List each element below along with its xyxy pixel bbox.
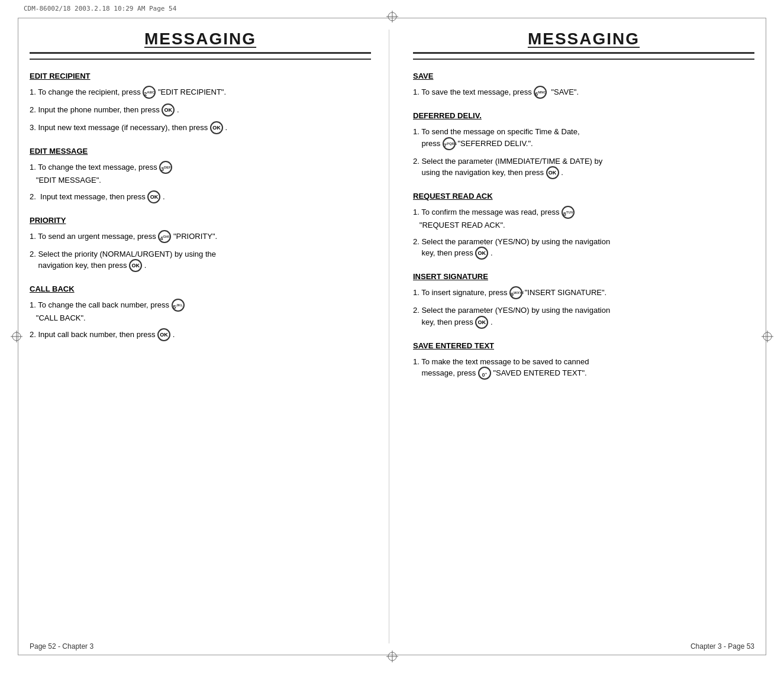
ok-btn-4: OK <box>129 259 142 272</box>
left-title: MESSAGING <box>30 30 371 54</box>
insert-signature-title: INSERT SIGNATURE <box>413 272 754 281</box>
key-3def: 3DEF <box>159 161 172 174</box>
footer-left: Page 52 - Chapter 3 <box>30 642 93 651</box>
crosshair-right <box>762 331 773 342</box>
right-title: MESSAGING <box>413 30 754 54</box>
deferred-deliv-item-2: 2. Select the parameter (IMMEDIATE/TIME … <box>413 156 754 180</box>
call-back-item-1: 1. To change the call back number, press… <box>30 299 371 324</box>
ok-btn-1: OK <box>162 103 175 117</box>
ok-btn-2: OK <box>210 121 223 134</box>
key-8tuv: 8TUV <box>562 206 575 219</box>
key-0: 0+ <box>478 367 491 380</box>
key-4ghi: 4GHI <box>158 230 171 243</box>
request-read-ack-title: REQUEST READ ACK <box>413 192 754 200</box>
right-column: MESSAGING SAVE 1. To save the text messa… <box>389 30 754 643</box>
priority-item-1: 1. To send an urgent message, press 4GHI… <box>30 231 371 244</box>
section-insert-signature: INSERT SIGNATURE 1. To insert signature,… <box>413 272 754 329</box>
edit-message-title: EDIT MESSAGE <box>30 147 371 156</box>
insert-signature-item-1: 1. To insert signature, press 9WXYZ "INS… <box>413 287 754 300</box>
key-9wxyz: 9WXYZ <box>509 286 522 299</box>
ok-btn-5: OK <box>157 328 170 341</box>
call-back-title: CALL BACK <box>30 284 371 293</box>
crosshair-left <box>11 331 22 342</box>
crosshair-bottom <box>386 651 398 662</box>
left-divider <box>30 59 371 60</box>
save-entered-text-title: SAVE ENTERED TEXT <box>413 341 754 350</box>
section-call-back: CALL BACK 1. To change the call back num… <box>30 284 371 342</box>
key-5jkl: 5JKL <box>172 299 185 312</box>
save-item-1: 1. To save the text message, press 6MNO … <box>413 86 754 99</box>
section-save: SAVE 1. To save the text message, press … <box>413 72 754 99</box>
section-deferred-deliv: DEFERRED DELIV. 1. To send the message o… <box>413 111 754 180</box>
ok-btn-7: OK <box>475 247 488 260</box>
edit-recipient-item-2: 2. Input the phone number, then press OK… <box>30 104 371 117</box>
edit-recipient-item-3: 3. Input new text message (if necessary)… <box>30 122 371 135</box>
right-divider <box>413 59 754 60</box>
edit-recipient-item-1: 1. To change the recipient, press 2ABC "… <box>30 86 371 99</box>
key-7pqrs: 7PQRS <box>443 137 456 150</box>
section-edit-recipient: EDIT RECIPIENT 1. To change the recipien… <box>30 72 371 135</box>
deferred-deliv-item-1: 1. To send the message on specific Time … <box>413 126 754 151</box>
section-edit-message: EDIT MESSAGE 1. To change the text messa… <box>30 147 371 204</box>
section-request-read-ack: REQUEST READ ACK 1. To confirm the messa… <box>413 192 754 260</box>
header-meta: CDM-86002/18 2003.2.18 10:29 AM Page 54 <box>24 5 176 12</box>
section-save-entered-text: SAVE ENTERED TEXT 1. To make the text me… <box>413 341 754 381</box>
priority-item-2: 2. Select the priority (NORMAL/URGENT) b… <box>30 248 371 273</box>
deferred-deliv-title: DEFERRED DELIV. <box>413 111 754 120</box>
save-entered-text-item-1: 1. To make the text message to be saved … <box>413 356 754 381</box>
ok-btn-6: OK <box>546 166 559 179</box>
request-read-ack-item-2: 2. Select the parameter (YES/NO) by usin… <box>413 236 754 261</box>
content-area: MESSAGING EDIT RECIPIENT 1. To change th… <box>30 30 754 643</box>
priority-title: PRIORITY <box>30 216 371 225</box>
call-back-item-2: 2. Input call back number, then press OK… <box>30 329 371 342</box>
edit-recipient-title: EDIT RECIPIENT <box>30 72 371 80</box>
ok-btn-3: OK <box>147 190 160 203</box>
edit-message-item-2: 2. Input text message, then press OK . <box>30 191 371 204</box>
crosshair-top <box>386 11 398 22</box>
section-priority: PRIORITY 1. To send an urgent message, p… <box>30 216 371 273</box>
insert-signature-item-2: 2. Select the parameter (YES/NO) by usin… <box>413 305 754 329</box>
ok-btn-8: OK <box>475 316 488 329</box>
save-title: SAVE <box>413 72 754 80</box>
left-column: MESSAGING EDIT RECIPIENT 1. To change th… <box>30 30 389 643</box>
request-read-ack-item-1: 1. To confirm the message was read, pres… <box>413 206 754 231</box>
key-2abc: 2ABC <box>143 86 156 99</box>
key-6mno: 6MNO <box>534 86 547 99</box>
edit-message-item-1: 1. To change the text message, press 3DE… <box>30 161 371 186</box>
footer-right: Chapter 3 - Page 53 <box>691 642 754 651</box>
